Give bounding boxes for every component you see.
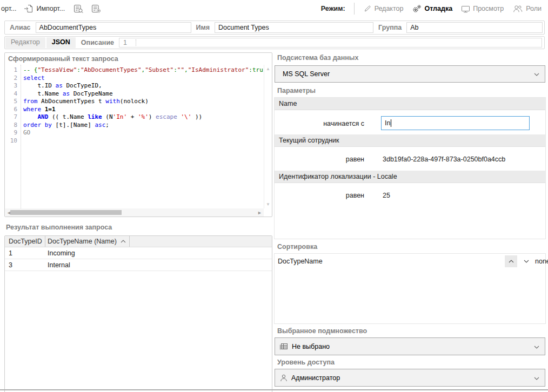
access-level-select[interactable]: Администратор bbox=[275, 369, 545, 387]
result-table-body: 1Incoming3Internal bbox=[5, 247, 272, 271]
result-table-header: DocTypeID DocTypeName (Name) bbox=[5, 236, 272, 247]
code-line[interactable]: GO bbox=[23, 129, 264, 137]
result-table: DocTypeID DocTypeName (Name) 1Incoming3I… bbox=[4, 235, 272, 392]
chevron-down-icon bbox=[534, 70, 539, 78]
mode-editor-button[interactable]: Редактор bbox=[363, 4, 404, 13]
description-label: Описание bbox=[76, 39, 119, 46]
db-subsystem-value: MS SQL Server bbox=[275, 70, 330, 78]
db-subsystem-select[interactable]: MS SQL Server bbox=[275, 65, 545, 83]
name-label: Имя bbox=[191, 24, 215, 31]
view-settings-button[interactable] bbox=[91, 4, 102, 13]
cell-doctypename: Internal bbox=[45, 261, 70, 269]
monitor-icon bbox=[461, 5, 470, 13]
people-icon bbox=[512, 4, 523, 13]
sorting-column-label: DocTypeName bbox=[278, 258, 323, 265]
sort-down-button[interactable] bbox=[521, 255, 532, 267]
sorting-direction-label: none bbox=[535, 258, 548, 265]
sort-ascending-icon bbox=[121, 240, 126, 243]
import-button[interactable]: Импорт... bbox=[24, 4, 65, 13]
pencil-icon bbox=[363, 4, 372, 13]
param-name-label: Name bbox=[279, 100, 297, 107]
param-locale-operator: равен bbox=[275, 192, 364, 199]
param-name-operator: начинается с bbox=[275, 120, 364, 127]
mode-caption: Режим: bbox=[321, 5, 345, 12]
param-current-user-value: 3db19fa0-228a-497f-873a-0250bf0a4ccb bbox=[383, 156, 505, 163]
chevron-down-icon bbox=[534, 343, 539, 350]
column-header-doctypename-label: DocTypeName (Name) bbox=[48, 238, 117, 245]
db-subsystem-header: Подсистема баз данных bbox=[274, 51, 546, 64]
result-panel-title: Результат выполнения запроса bbox=[6, 224, 112, 231]
description-divider bbox=[136, 39, 136, 46]
param-name-value-input[interactable]: In bbox=[381, 116, 530, 130]
description-input[interactable]: 1 bbox=[119, 38, 542, 48]
table-row[interactable]: 3Internal bbox=[5, 259, 272, 271]
view-editor-window: орт... Импорт... Режим: Редактор Отладка bbox=[0, 0, 548, 392]
alias-label: Алиас bbox=[5, 24, 36, 31]
sql-editor[interactable]: 12345678910 -- {"TessaView":"AbDocumentT… bbox=[5, 65, 272, 208]
person-icon bbox=[279, 374, 288, 382]
group-value: Ab bbox=[410, 24, 418, 31]
mode-switcher: Режим: Редактор Отладка Просмотр Роли bbox=[321, 3, 548, 15]
code-line[interactable]: where 1=1 bbox=[23, 106, 264, 114]
alias-input[interactable]: AbDocumentTypes bbox=[36, 22, 191, 33]
view-header-fields: Алиас AbDocumentTypes Имя Document Types… bbox=[4, 21, 545, 35]
param-locale-label: Идентификатор локализации - Locale bbox=[279, 173, 397, 180]
export-button[interactable]: орт... bbox=[1, 5, 16, 12]
view-query-button[interactable] bbox=[73, 4, 84, 13]
code-line[interactable]: AND (( t.Name like (N'In' + '%') escape … bbox=[23, 113, 264, 121]
access-level-header: Уровень доступа bbox=[274, 356, 546, 368]
export-button-label: орт... bbox=[1, 5, 16, 12]
alias-value: AbDocumentTypes bbox=[39, 24, 97, 31]
line-number-gutter: 12345678910 bbox=[5, 65, 21, 208]
mode-preview-label: Просмотр bbox=[473, 5, 504, 12]
editor-tabs: Редактор JSON Описание 1 bbox=[4, 36, 545, 49]
mode-debug-button[interactable]: Отладка bbox=[412, 4, 452, 13]
column-header-doctypeid[interactable]: DocTypeID bbox=[5, 236, 45, 247]
sorting-row: DocTypeName none bbox=[275, 255, 545, 268]
vertical-scrollbar[interactable]: ▲ ▼ bbox=[264, 65, 272, 208]
code-lines[interactable]: -- {"TessaView":"AbDocumentTypes","Subse… bbox=[21, 65, 264, 208]
table-icon bbox=[279, 342, 289, 350]
param-current-user-operator: равен bbox=[275, 156, 364, 163]
description-value: 1 bbox=[123, 39, 127, 46]
code-line[interactable]: select bbox=[23, 75, 264, 83]
import-icon bbox=[24, 4, 34, 13]
group-label: Группа bbox=[373, 24, 406, 31]
tab-json[interactable]: JSON bbox=[46, 37, 76, 48]
table-row[interactable]: 1Incoming bbox=[5, 247, 272, 259]
param-name-bar: Name bbox=[275, 98, 545, 110]
access-level-value: Администратор bbox=[291, 374, 340, 382]
sort-up-button[interactable] bbox=[505, 255, 517, 267]
text-caret bbox=[391, 119, 391, 127]
mode-editor-label: Редактор bbox=[375, 5, 404, 12]
query-panel-title: Сформированный текст запроса bbox=[5, 53, 272, 65]
group-input[interactable]: Ab bbox=[406, 22, 543, 33]
code-line[interactable]: t.Name as DocTypeName bbox=[23, 90, 264, 98]
scroll-up-arrow-icon[interactable]: ▲ bbox=[266, 66, 270, 71]
subset-header: Выбранное подмножество bbox=[274, 325, 546, 337]
column-header-doctypename[interactable]: DocTypeName (Name) bbox=[45, 236, 130, 247]
scroll-right-arrow-icon[interactable]: ► bbox=[257, 210, 262, 215]
mode-roles-label: Роли bbox=[526, 5, 542, 12]
subset-value: Не выбрано bbox=[292, 343, 330, 350]
cell-doctypeid: 3 bbox=[5, 261, 45, 269]
code-line[interactable] bbox=[23, 137, 264, 145]
window-bottom-edge bbox=[0, 389, 548, 390]
mode-debug-label: Отладка bbox=[424, 5, 452, 12]
chevron-down-icon bbox=[534, 374, 539, 382]
mode-roles-button[interactable]: Роли bbox=[512, 4, 542, 13]
subset-select[interactable]: Не выбрано bbox=[275, 337, 545, 355]
code-line[interactable]: t.ID as DocTypeID, bbox=[23, 82, 264, 90]
horizontal-scrollbar[interactable]: ◄ ► bbox=[5, 208, 264, 217]
import-button-label: Импорт... bbox=[36, 5, 65, 12]
param-locale-value: 25 bbox=[383, 192, 390, 199]
code-line[interactable]: -- {"TessaView":"AbDocumentTypes","Subse… bbox=[23, 66, 264, 75]
name-input[interactable]: Document Types bbox=[215, 22, 373, 33]
scroll-down-arrow-icon[interactable]: ▼ bbox=[266, 202, 270, 207]
mode-preview-button[interactable]: Просмотр bbox=[461, 5, 504, 13]
param-current-user-label: Текущий сотрудник bbox=[279, 137, 339, 144]
horizontal-scrollbar-thumb[interactable] bbox=[10, 210, 122, 215]
code-line[interactable]: from AbDocumentTypes t with(nolock) bbox=[23, 98, 264, 106]
tab-editor[interactable]: Редактор bbox=[5, 37, 45, 48]
code-line[interactable]: order by [t].[Name] asc; bbox=[23, 121, 264, 130]
